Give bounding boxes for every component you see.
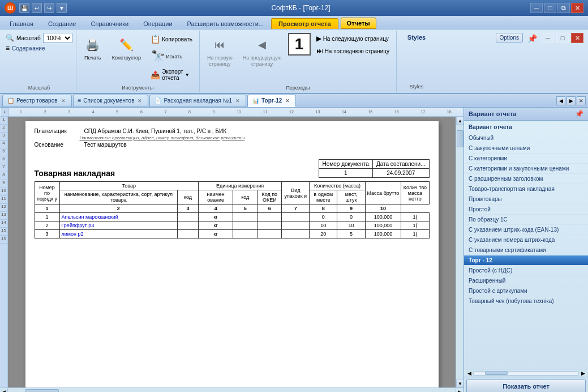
variant-tovarny-chek[interactable]: Товарный чек (побутова техніка) [464, 296, 588, 306]
doc-tab-torg12[interactable]: 📊 Торг-12 ✕ [247, 95, 296, 107]
print-btn[interactable]: 🖨️ Печать [80, 33, 106, 64]
variant-ean13[interactable]: С указанием штрих-кода (EAN-13) [464, 225, 588, 235]
scroll-thumb[interactable] [457, 130, 463, 147]
pin-icon[interactable]: 📌 [525, 33, 539, 44]
basis-value: Тест маршрутов [84, 142, 430, 148]
variant-promtovary[interactable]: Промтовары [464, 194, 588, 204]
variant-obrazets1c[interactable]: По образцу 1С [464, 215, 588, 225]
doc-tab-doclist[interactable]: ≡ Список документов ✕ [73, 95, 149, 107]
close-btn[interactable]: ✕ [571, 3, 583, 13]
rashod-tab-icon: 📄 [154, 97, 161, 104]
app-logo: Ш [5, 2, 16, 14]
registry-tab-close[interactable]: ✕ [60, 97, 67, 104]
doc-number-value: 1 [319, 169, 372, 178]
variant-prostoy-nds[interactable]: Простой (с НДС) [464, 266, 588, 276]
row2-name: Грейпфрут р3 [59, 221, 178, 230]
torg12-tab-icon: 📊 [252, 97, 259, 104]
nav-content: ⏮ На первую страницу ◀ На предыдущую стр… [203, 32, 393, 84]
doc-tab-rashod[interactable]: 📄 Расходная накладная №1 ✕ [149, 95, 246, 107]
rashod-tab-close[interactable]: ✕ [234, 97, 241, 104]
prev-page-btn[interactable]: ◀ На предыдущую страницу [239, 33, 286, 70]
ribbon-close-btn[interactable]: ✕ [571, 33, 583, 43]
row1-netto: 1( [401, 213, 429, 221]
quick-dropdown[interactable]: ▼ [57, 3, 67, 13]
quick-undo[interactable]: ↩ [32, 3, 42, 13]
variant-rasshirenny[interactable]: Расширенный [464, 276, 588, 286]
tab-rasshirit[interactable]: Расширить возможности... [180, 18, 271, 29]
export-btn[interactable]: 📤 Экспорт отчета ▼ [147, 67, 196, 83]
variant-kategorii[interactable]: С категориями [464, 154, 588, 164]
right-hscroll-left[interactable]: ◀ [465, 370, 473, 376]
copy-label: Копировать [162, 36, 192, 42]
variant-ean-num[interactable]: С указанием номера штрих-кода [464, 235, 588, 245]
table-row: 1 Апельсин марокканский кг 0 0 100 [35, 213, 429, 221]
quick-actions: 💾 ↩ ↪ ▼ [19, 3, 67, 13]
torg12-tab-close[interactable]: ✕ [284, 97, 291, 104]
doc-number-table: Номер документа Дата составлени... 1 24.… [319, 159, 430, 178]
row3-num: 3 [35, 230, 59, 238]
tab-operacii[interactable]: Операции [136, 18, 179, 29]
scroll-down-btn[interactable]: ▼ [456, 380, 463, 387]
row1-mass: 100,000 [365, 213, 401, 221]
row1-name-link[interactable]: Апельсин марокканский [62, 214, 118, 220]
ribbon-restore-btn[interactable]: □ [556, 33, 569, 43]
row1-name: Апельсин марокканский [59, 213, 178, 221]
quick-redo[interactable]: ↪ [44, 3, 54, 13]
horiz-scroll-track[interactable] [8, 388, 456, 392]
right-hscroll-track[interactable] [473, 371, 579, 376]
row2-name-link[interactable]: Грейпфрут р3 [62, 223, 95, 228]
variant-ext-header[interactable]: С расширенным заголовком [464, 174, 588, 184]
tab-otchety[interactable]: Отчеты [341, 18, 376, 29]
show-report-btn[interactable]: Показать отчет [466, 380, 586, 392]
page-scroll[interactable]: Плательщик СПД Абрамов С.И. Киев, Пушино… [8, 117, 456, 387]
payer-value: СПД Абрамов С.И. Киев, Пушиной 1, тел., … [84, 128, 430, 134]
doc-tab-registry[interactable]: 📋 Реестр товаров ✕ [2, 95, 72, 107]
minimize-btn[interactable]: ─ [530, 3, 543, 13]
ln-16: 16 [0, 236, 7, 244]
variant-certificates[interactable]: С товарными сертификатами [464, 245, 588, 255]
tabs-arrow-left[interactable]: ◀ [556, 96, 565, 105]
options-btn[interactable]: Options [496, 33, 523, 42]
scale-select[interactable]: 100% 75% 125% 150% [43, 33, 72, 43]
row2-unit: кг [198, 221, 233, 230]
page-number-display: 1 [288, 33, 311, 56]
first-page-btn[interactable]: ⏮ На первую страницу [203, 33, 237, 70]
instruments-group-label: Инструменты [122, 84, 153, 91]
tab-spravochniki[interactable]: Справочники [84, 18, 136, 29]
right-hscroll-thumb[interactable] [485, 372, 508, 375]
tabs-arrow-right[interactable]: ▶ [566, 96, 576, 105]
search-btn[interactable]: 🔭 Искать [147, 46, 196, 66]
variant-kategorii-zakup[interactable]: С категориями и закупочными ценами [464, 164, 588, 174]
th-product: Товар [59, 182, 198, 190]
restore-btn[interactable]: □ [544, 3, 556, 13]
tab-prosmotr[interactable]: Просмотр отчета [271, 18, 338, 29]
tabs-arrow-close[interactable]: ✕ [577, 96, 586, 105]
tab-sozdanie[interactable]: Создание [41, 18, 84, 29]
ln-9: 9 [0, 180, 7, 188]
maximize-child-btn[interactable]: ⧉ [557, 3, 570, 13]
export-dropdown-icon: ▼ [185, 73, 190, 78]
constructor-btn[interactable]: ✏️ Конструктор [108, 33, 145, 64]
doclist-tab-close[interactable]: ✕ [136, 97, 143, 104]
scroll-up-btn[interactable]: ▲ [456, 117, 463, 125]
quick-save[interactable]: 💾 [19, 3, 29, 13]
variant-zakup[interactable]: С закупочными ценами [464, 143, 588, 154]
right-hscroll-right[interactable]: ▶ [579, 370, 587, 376]
ribbon-minimize-btn[interactable]: ─ [542, 33, 554, 43]
last-page-btn[interactable]: ⏭ На последнюю страницу [313, 45, 393, 57]
next-page-btn[interactable]: ▶ На следующую страницу [313, 33, 393, 44]
horiz-scroll-thumb[interactable] [25, 389, 59, 392]
variant-obychny[interactable]: Обычный [464, 133, 588, 143]
copy-btn[interactable]: 📋 Копировать [147, 33, 196, 45]
variant-prostoy[interactable]: Простой [464, 204, 588, 215]
ln-6: 6 [0, 156, 7, 164]
hscroll-right-btn[interactable]: ▶ [456, 388, 463, 392]
variant-transport[interactable]: Товаро-транспортная накладная [464, 184, 588, 194]
row3-name-link[interactable]: лимон р2 [62, 231, 84, 237]
panel-pin-icon[interactable]: 📌 [575, 110, 583, 118]
variant-torg12[interactable]: Торг - 12 [464, 255, 588, 266]
scroll-track[interactable] [456, 125, 463, 380]
hscroll-left-btn[interactable]: ◀ [0, 388, 8, 392]
tab-glavnaya[interactable]: Главная [2, 18, 41, 29]
variant-prostoy-art[interactable]: Простой с артикулами [464, 286, 588, 296]
